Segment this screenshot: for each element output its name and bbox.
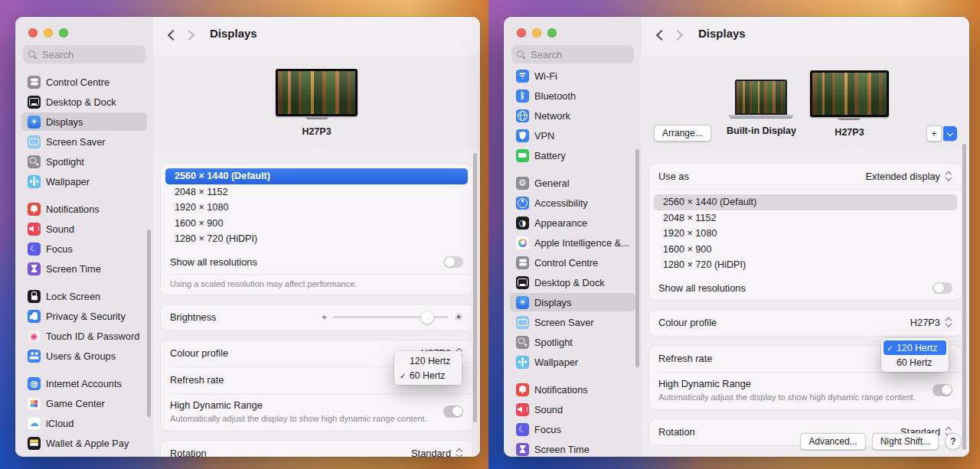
sidebar-item-notifications[interactable]: Notifications xyxy=(510,380,635,399)
search-field[interactable] xyxy=(511,45,634,64)
resolution-option[interactable]: 2048 × 1152 xyxy=(165,184,468,200)
colour-profile-value: H27P3 xyxy=(910,317,940,328)
content-scrollbar[interactable] xyxy=(473,153,477,422)
zoom-button[interactable] xyxy=(59,28,68,37)
display-thumbnail-h27p3[interactable]: H27P3 xyxy=(810,70,889,138)
sidebar-item-screen-time[interactable]: Screen Time xyxy=(510,440,635,457)
sidebar-item-apple-intelligence[interactable]: Apple Intelligence &... xyxy=(510,233,635,252)
help-button[interactable]: ? xyxy=(945,433,962,450)
sidebar-item-spotlight[interactable]: Spotlight xyxy=(510,333,635,351)
sidebar-item-users-groups[interactable]: Users & Groups xyxy=(21,347,147,365)
display-thumbnail-builtin[interactable]: Built-in Display xyxy=(727,80,796,136)
resolution-option[interactable]: 1600 × 900 xyxy=(165,216,468,232)
search-input[interactable] xyxy=(529,48,629,61)
settings-window-left: Control CentreDesktop & DockDisplaysScre… xyxy=(15,17,480,457)
sidebar-scrollbar[interactable] xyxy=(635,149,639,367)
menu-item-120-hertz[interactable]: ✓120 Hertz xyxy=(884,340,946,355)
forward-icon[interactable] xyxy=(185,28,194,43)
minimize-button[interactable] xyxy=(532,28,541,37)
hdr-toggle[interactable] xyxy=(933,384,952,396)
sidebar-item-displays[interactable]: Displays xyxy=(510,293,635,311)
sidebar-item-focus[interactable]: Focus xyxy=(21,239,147,258)
resolution-label: 1920 × 1080 xyxy=(663,228,717,239)
sidebar-item-focus[interactable]: Focus xyxy=(510,420,635,438)
forward-icon[interactable] xyxy=(674,28,683,43)
show-all-resolutions-label: Show all resolutions xyxy=(658,282,746,294)
show-all-resolutions-toggle[interactable] xyxy=(443,256,463,269)
sidebar-item-game-center[interactable]: Game Center xyxy=(21,394,147,412)
back-icon[interactable] xyxy=(167,28,176,43)
resolution-option[interactable]: 1280 × 720 (HiDPI) xyxy=(165,231,468,247)
sidebar-item-lock-screen[interactable]: Lock Screen xyxy=(21,287,147,305)
menu-item-60-hertz[interactable]: ✓60 Hertz xyxy=(397,368,459,383)
sidebar-item-wi-fi[interactable]: Wi-Fi xyxy=(510,67,635,85)
sidebar-item-general[interactable]: General xyxy=(510,174,635,192)
sidebar-item-spotlight[interactable]: Spotlight xyxy=(21,152,147,171)
stepper-icon[interactable] xyxy=(455,448,463,458)
hdr-toggle[interactable] xyxy=(443,405,463,418)
sidebar-item-privacy-security[interactable]: Privacy & Security xyxy=(21,307,147,325)
sidebar-item-notifications[interactable]: Notifications xyxy=(21,200,147,218)
minimize-button[interactable] xyxy=(44,28,53,37)
resolution-option[interactable]: 2560 × 1440 (Default) xyxy=(165,168,468,184)
sidebar-item-accessibility[interactable]: Accessibility xyxy=(510,194,635,212)
add-display-button[interactable]: + xyxy=(926,125,942,142)
resolution-option[interactable]: 2048 × 1152 xyxy=(654,210,957,226)
menu-item-120-hertz[interactable]: 120 Hertz xyxy=(397,353,459,368)
night-shift-button[interactable]: Night Shift... xyxy=(872,433,939,450)
sidebar-item-vpn[interactable]: VPN xyxy=(510,126,635,145)
resolution-option[interactable]: 1920 × 1080 xyxy=(165,200,468,216)
resolution-option[interactable]: 1280 × 720 (HiDPI) xyxy=(654,257,957,273)
sidebar-item-label: Focus xyxy=(46,243,73,255)
search-input[interactable] xyxy=(41,48,140,61)
sidebar-item-desktop-dock[interactable]: Desktop & Dock xyxy=(21,93,147,111)
display-thumbnail[interactable]: H27P3 xyxy=(276,69,358,137)
colour-profile-select[interactable]: H27P3 xyxy=(910,317,952,329)
sidebar-item-wallet-apple-pay[interactable]: Wallet & Apple Pay xyxy=(21,434,147,452)
sidebar-item-screen-saver[interactable]: Screen Saver xyxy=(510,313,635,331)
sidebar-item-sound[interactable]: Sound xyxy=(21,220,147,238)
arrange-button[interactable]: Arrange... xyxy=(654,125,711,142)
selection-caret xyxy=(311,145,323,150)
resolution-label: 1280 × 720 (HiDPI) xyxy=(663,259,746,270)
sidebar-item-displays[interactable]: Displays xyxy=(21,112,147,131)
sidebar-item-control-centre[interactable]: Control Centre xyxy=(21,73,147,91)
sidebar-item-internet-accounts[interactable]: Internet Accounts xyxy=(21,374,147,392)
resolution-option[interactable]: 1600 × 900 xyxy=(654,242,957,258)
sidebar-item-wallpaper[interactable]: Wallpaper xyxy=(21,172,147,191)
zoom-button[interactable] xyxy=(547,28,557,37)
sidebar-item-battery[interactable]: Battery xyxy=(510,146,635,164)
close-button[interactable] xyxy=(28,28,38,37)
sidebar-item-sound[interactable]: Sound xyxy=(510,400,635,419)
sidebar-item-wallpaper[interactable]: Wallpaper xyxy=(510,353,635,371)
brightness-high-icon: ☀ xyxy=(454,311,463,323)
stepper-icon[interactable] xyxy=(944,317,952,329)
sidebar-item-screen-saver[interactable]: Screen Saver xyxy=(21,132,147,151)
search-field[interactable] xyxy=(23,45,145,64)
brightness-slider-knob[interactable] xyxy=(421,311,434,324)
sidebar-item-desktop-dock[interactable]: Desktop & Dock xyxy=(510,273,635,291)
resolution-option[interactable]: 2560 × 1440 (Default) xyxy=(654,194,957,210)
brightness-low-icon: ☀ xyxy=(321,314,327,321)
use-as-select[interactable]: Extended display xyxy=(866,171,952,183)
sidebar-item-appearance[interactable]: Appearance xyxy=(510,213,635,232)
menu-item-60-hertz[interactable]: 60 Hertz xyxy=(884,355,946,370)
stepper-icon[interactable] xyxy=(944,171,952,183)
close-button[interactable] xyxy=(517,28,526,37)
rotation-select[interactable]: Standard xyxy=(411,448,463,458)
sidebar-item-bluetooth[interactable]: Bluetooth xyxy=(510,86,635,105)
sidebar-item-touch-id-password[interactable]: Touch ID & Password xyxy=(21,327,147,345)
network-icon xyxy=(516,109,529,122)
sidebar-item-icloud[interactable]: iCloud xyxy=(21,414,147,432)
advanced-button[interactable]: Advanced... xyxy=(800,433,865,450)
add-display-dropdown-button[interactable] xyxy=(943,126,957,141)
resolution-option[interactable]: 1920 × 1080 xyxy=(654,226,957,242)
content-scrollbar[interactable] xyxy=(962,144,966,450)
sidebar-scrollbar[interactable] xyxy=(147,230,151,417)
sidebar-item-network[interactable]: Network xyxy=(510,106,635,125)
sidebar-item-control-centre[interactable]: Control Centre xyxy=(510,253,635,272)
back-icon[interactable] xyxy=(655,28,665,43)
sidebar-item-screen-time[interactable]: Screen Time xyxy=(21,259,147,278)
brightness-slider[interactable] xyxy=(333,316,448,319)
show-all-resolutions-toggle[interactable] xyxy=(933,282,952,295)
